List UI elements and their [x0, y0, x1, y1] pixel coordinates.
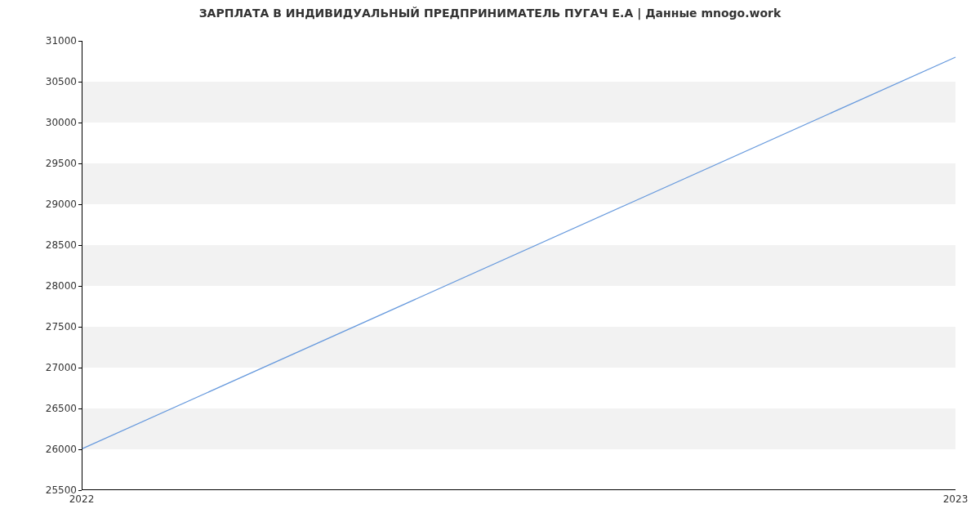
y-tick-label: 30000	[3, 117, 77, 128]
y-tick-label: 27000	[3, 362, 77, 373]
y-tick-label: 27500	[3, 321, 77, 332]
line-chart: ЗАРПЛАТА В ИНДИВИДУАЛЬНЫЙ ПРЕДПРИНИМАТЕЛ…	[0, 0, 980, 531]
y-tick-mark	[78, 490, 82, 491]
y-tick-label: 25500	[3, 484, 77, 496]
y-tick-label: 31000	[3, 35, 77, 47]
y-tick-label: 30500	[3, 76, 77, 87]
plot-area	[82, 41, 956, 490]
data-line	[82, 41, 956, 489]
y-tick-label: 29500	[3, 158, 77, 169]
x-tick-label: 2022	[69, 493, 95, 505]
y-tick-label: 26500	[3, 403, 77, 414]
y-tick-label: 29000	[3, 199, 77, 210]
y-tick-label: 28000	[3, 280, 77, 292]
x-tick-label: 2023	[943, 493, 969, 505]
chart-title: ЗАРПЛАТА В ИНДИВИДУАЛЬНЫЙ ПРЕДПРИНИМАТЕЛ…	[0, 7, 980, 20]
y-tick-label: 26000	[3, 444, 77, 455]
y-tick-label: 28500	[3, 239, 77, 251]
